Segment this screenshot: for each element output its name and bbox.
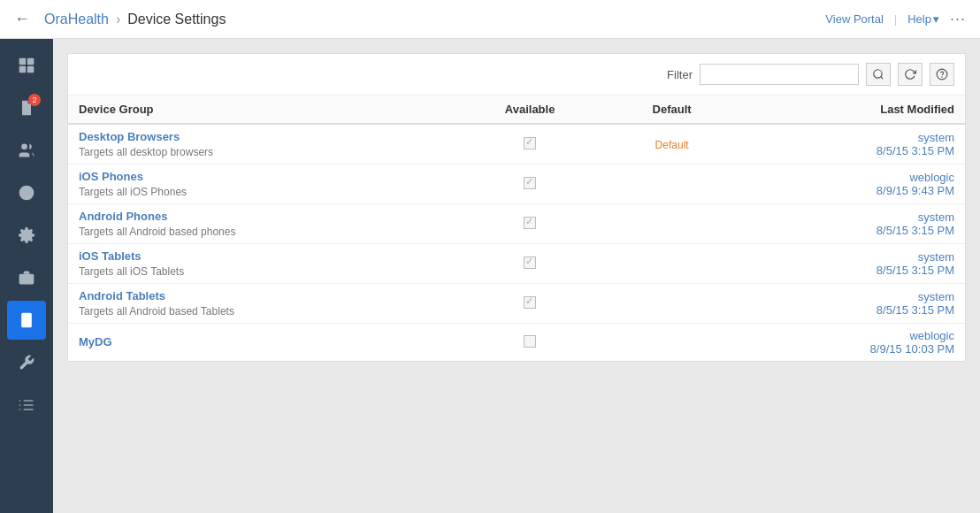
device-group-desc: Targets all iOS Tablets <box>79 265 184 278</box>
col-device-group: Device Group <box>68 96 453 124</box>
svg-rect-1 <box>27 58 34 65</box>
sidebar-item-tools[interactable] <box>7 258 46 297</box>
available-checkbox-unchecked[interactable] <box>524 335 536 348</box>
col-default: Default <box>607 96 737 124</box>
sidebar-item-device[interactable] <box>7 301 46 340</box>
device-group-cell: Android PhonesTargets all Android based … <box>68 204 453 244</box>
sidebar: 2 <box>0 39 53 513</box>
help-menu[interactable]: Help ▾ <box>907 12 939 26</box>
sidebar-item-discovery[interactable] <box>7 173 46 212</box>
header-actions: View Portal | Help ▾ ··· <box>825 10 966 28</box>
filter-input[interactable] <box>700 64 859 85</box>
available-cell <box>453 324 607 362</box>
default-cell <box>607 165 737 204</box>
available-checkbox-checked[interactable] <box>524 296 536 309</box>
device-group-desc: Targets all desktop browsers <box>79 146 213 158</box>
table-row[interactable]: iOS PhonesTargets all iOS Phonesweblogic… <box>68 165 965 204</box>
modified-by: weblogic <box>747 329 954 342</box>
refresh-button[interactable] <box>898 63 923 86</box>
last-modified-cell: weblogic8/9/15 9:43 PM <box>737 165 965 204</box>
table-row[interactable]: Android PhonesTargets all Android based … <box>68 204 965 244</box>
device-group-name[interactable]: Android Tablets <box>79 289 442 302</box>
available-checkbox-checked[interactable] <box>524 217 536 229</box>
modified-by: system <box>747 250 954 264</box>
last-modified-cell: system8/5/15 3:15 PM <box>737 204 965 244</box>
device-group-desc: Targets all Android based Tablets <box>79 305 234 318</box>
modified-by: system <box>747 290 954 303</box>
available-cell <box>453 204 607 244</box>
modified-date: 8/9/15 9:43 PM <box>747 184 954 197</box>
svg-line-22 <box>881 77 884 80</box>
device-group-desc: Targets all Android based phones <box>79 226 235 238</box>
col-available: Available <box>453 96 607 124</box>
available-cell <box>453 165 607 204</box>
default-cell <box>607 244 737 284</box>
app-header: ← OraHealth › Device Settings View Porta… <box>0 0 980 39</box>
device-settings-table-container: Filter Device Group Available <box>67 53 966 362</box>
device-group-cell: iOS TabletsTargets all iOS Tablets <box>68 244 453 284</box>
filter-label: Filter <box>667 68 693 81</box>
page-title: Device Settings <box>127 11 226 27</box>
available-cell <box>453 284 607 324</box>
sidebar-item-settings[interactable] <box>7 216 46 255</box>
device-group-cell: MyDG <box>68 324 453 362</box>
sidebar-item-list[interactable] <box>7 386 46 425</box>
brand-name[interactable]: OraHealth <box>44 11 109 27</box>
device-group-name[interactable]: iOS Phones <box>79 170 442 183</box>
device-group-cell: Desktop BrowsersTargets all desktop brow… <box>68 124 453 165</box>
last-modified-cell: weblogic8/9/15 10:03 PM <box>737 324 965 362</box>
filter-bar: Filter <box>68 54 965 96</box>
documents-badge: 2 <box>28 94 41 106</box>
available-checkbox-checked[interactable] <box>524 256 536 269</box>
help-button[interactable] <box>930 63 954 86</box>
last-modified-cell: system8/5/15 3:15 PM <box>737 124 965 165</box>
modified-date: 8/9/15 10:03 PM <box>747 342 954 356</box>
modified-by: system <box>747 131 954 144</box>
search-button[interactable] <box>866 63 891 86</box>
svg-point-6 <box>21 144 27 150</box>
view-portal-link[interactable]: View Portal <box>825 12 884 26</box>
svg-rect-2 <box>19 66 27 73</box>
sidebar-item-dashboard[interactable] <box>7 46 46 85</box>
available-checkbox-checked[interactable] <box>524 177 536 189</box>
sidebar-item-documents[interactable]: 2 <box>7 88 46 127</box>
last-modified-cell: system8/5/15 3:15 PM <box>737 284 965 324</box>
device-group-name[interactable]: MyDG <box>79 335 442 348</box>
device-group-cell: iOS PhonesTargets all iOS Phones <box>68 165 453 204</box>
more-options-button[interactable]: ··· <box>950 10 966 28</box>
table-row[interactable]: iOS TabletsTargets all iOS Tabletssystem… <box>68 244 965 284</box>
col-last-modified: Last Modified <box>737 96 965 124</box>
modified-date: 8/5/15 3:15 PM <box>747 144 954 157</box>
svg-rect-3 <box>27 66 34 73</box>
device-groups-table: Device Group Available Default Last Modi… <box>68 96 965 361</box>
content-area: Filter Device Group Available <box>53 39 980 513</box>
svg-rect-13 <box>21 313 32 328</box>
modified-date: 8/5/15 3:15 PM <box>747 224 954 237</box>
default-badge: Default <box>655 139 689 151</box>
svg-rect-0 <box>19 58 27 65</box>
default-cell <box>607 204 737 244</box>
default-cell <box>607 284 737 324</box>
device-group-name[interactable]: iOS Tablets <box>79 249 442 263</box>
available-cell <box>453 244 607 284</box>
table-row[interactable]: Android TabletsTargets all Android based… <box>68 284 965 324</box>
available-cell <box>453 124 607 165</box>
breadcrumb-separator: › <box>116 11 120 27</box>
last-modified-cell: system8/5/15 3:15 PM <box>737 244 965 284</box>
modified-date: 8/5/15 3:15 PM <box>747 264 954 277</box>
modified-by: weblogic <box>747 171 954 184</box>
device-group-name[interactable]: Desktop Browsers <box>79 130 442 143</box>
svg-point-21 <box>874 70 882 78</box>
back-button[interactable]: ← <box>14 10 30 28</box>
sidebar-item-users[interactable] <box>7 131 46 170</box>
table-row[interactable]: MyDGweblogic8/9/15 10:03 PM <box>68 324 965 362</box>
device-group-desc: Targets all iOS Phones <box>79 186 187 198</box>
default-cell <box>607 324 737 362</box>
modified-date: 8/5/15 3:15 PM <box>747 303 954 317</box>
sidebar-item-wrench[interactable] <box>7 343 46 382</box>
default-cell: Default <box>607 124 737 165</box>
available-checkbox-checked[interactable] <box>524 137 536 149</box>
device-group-name[interactable]: Android Phones <box>79 210 442 223</box>
table-row[interactable]: Desktop BrowsersTargets all desktop brow… <box>68 124 965 165</box>
main-layout: 2 F <box>0 39 980 513</box>
